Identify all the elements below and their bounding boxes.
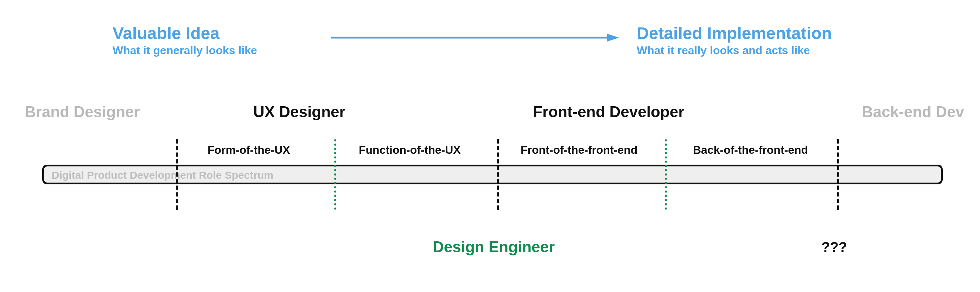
header-left: Valuable Idea What it generally looks li…	[113, 25, 257, 57]
role-backend-dev: Back-end Dev	[862, 104, 964, 120]
role-frontend-developer: Front-end Developer	[533, 104, 684, 120]
header-right: Detailed Implementation What it really l…	[637, 25, 832, 57]
segment-front-of-front: Front-of-the-front-end	[520, 144, 637, 155]
segment-form-of-ux: Form-of-the-UX	[208, 144, 290, 155]
divider-black-1	[176, 139, 178, 210]
design-engineer-label: Design Engineer	[433, 239, 555, 255]
segment-back-of-front: Back-of-the-front-end	[693, 144, 808, 155]
header-left-title: Valuable Idea	[113, 25, 257, 42]
divider-black-3	[837, 139, 839, 210]
svg-marker-1	[607, 34, 619, 41]
divider-green-1	[334, 139, 336, 210]
role-ux-designer: UX Designer	[253, 104, 345, 120]
role-brand-designer: Brand Designer	[25, 104, 140, 120]
arrow-icon	[331, 32, 619, 43]
segment-function-of-ux: Function-of-the-UX	[359, 144, 461, 155]
spectrum-bar-caption: Digital Product Development Role Spectru…	[52, 170, 273, 180]
divider-green-2	[665, 139, 667, 210]
header-right-title: Detailed Implementation	[637, 25, 832, 42]
divider-black-2	[497, 139, 499, 210]
header-right-subtitle: What it really looks and acts like	[637, 44, 832, 57]
diagram-stage: Valuable Idea What it generally looks li…	[0, 0, 980, 292]
mystery-label: ???	[821, 239, 847, 255]
header-left-subtitle: What it generally looks like	[113, 44, 257, 57]
